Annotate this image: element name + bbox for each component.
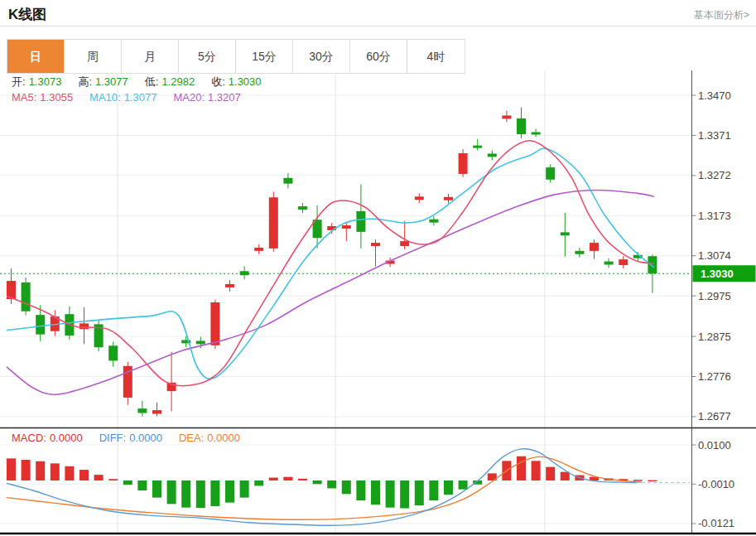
macd-bar bbox=[400, 480, 409, 509]
tab-60分[interactable]: 60分 bbox=[350, 40, 407, 73]
macd-bar bbox=[459, 480, 468, 490]
macd-bar bbox=[152, 480, 161, 498]
candle-body bbox=[575, 251, 584, 254]
ma-row-item: MA20:1.3207 bbox=[173, 91, 243, 104]
interval-tabs: 日周月5分15分30分60分4时 bbox=[7, 39, 465, 74]
candle-body bbox=[590, 243, 599, 251]
macd-bar bbox=[415, 480, 424, 505]
macd-bar bbox=[561, 472, 570, 480]
macd-axis-label: 0.0100 bbox=[698, 439, 731, 451]
price-axis-label: 1.3074 bbox=[698, 249, 731, 262]
candle-body bbox=[108, 345, 118, 360]
candle-body bbox=[22, 282, 31, 311]
candle-body bbox=[561, 232, 570, 235]
candle-body bbox=[400, 241, 409, 246]
candle-body bbox=[546, 167, 555, 180]
macd-header-row: MACD:0.0000DIFF:0.0000DEA:0.0000 bbox=[12, 432, 257, 444]
candle-body bbox=[648, 256, 657, 273]
candle-body bbox=[210, 302, 219, 345]
tab-日[interactable]: 日 bbox=[7, 40, 65, 73]
candle-body bbox=[196, 340, 205, 344]
macd-bar bbox=[283, 477, 292, 480]
macd-bar bbox=[22, 460, 31, 480]
macd-bar bbox=[79, 470, 89, 480]
candle-body bbox=[604, 262, 614, 265]
macd-bar bbox=[225, 480, 234, 503]
macd-bar bbox=[298, 479, 307, 480]
macd-bar bbox=[386, 480, 395, 508]
macd-bar bbox=[181, 480, 190, 508]
macd-bar bbox=[532, 461, 541, 480]
candle-body bbox=[269, 197, 278, 249]
candle-body bbox=[415, 196, 424, 200]
macd-bar bbox=[108, 479, 118, 480]
candle-body bbox=[152, 410, 161, 413]
kline-page: 1.34701.33711.32721.31731.30741.29751.28… bbox=[0, 0, 756, 536]
price-axis-label: 1.3470 bbox=[698, 89, 731, 102]
candle-body bbox=[225, 284, 234, 287]
macd-bar bbox=[269, 478, 278, 480]
ma-row: MA5:1.3055MA10:1.3077MA20:1.3207 bbox=[12, 91, 258, 104]
macd-bar bbox=[546, 467, 555, 480]
macd-row-item: DIFF:0.0000 bbox=[99, 432, 166, 444]
ohlc-row: 开:1.3073高:1.3077低:1.2982收:1.3030 bbox=[12, 75, 278, 89]
macd-bar bbox=[65, 466, 74, 480]
macd-row-item: DEA:0.0000 bbox=[179, 432, 243, 444]
macd-bar bbox=[196, 480, 205, 508]
candle-body bbox=[502, 115, 511, 118]
macd-bar bbox=[327, 480, 336, 488]
price-axis-label: 1.2677 bbox=[698, 410, 731, 423]
macd-bar bbox=[167, 480, 176, 504]
tab-4时[interactable]: 4时 bbox=[407, 40, 465, 73]
price-axis-label: 1.3173 bbox=[698, 210, 731, 222]
current-price-badge-label: 1.3030 bbox=[701, 268, 734, 280]
candle-body bbox=[532, 133, 541, 135]
macd-bar bbox=[210, 480, 219, 506]
candle-body bbox=[488, 153, 497, 157]
price-axis-label: 1.3371 bbox=[698, 129, 731, 142]
fundamental-analysis-link[interactable]: 基本面分析> bbox=[694, 8, 749, 22]
tab-5分[interactable]: 5分 bbox=[179, 40, 236, 73]
ohlc-row-item: 低:1.2982 bbox=[145, 75, 198, 88]
macd-bar bbox=[342, 480, 351, 494]
candle-body bbox=[371, 243, 380, 246]
candle-body bbox=[298, 206, 307, 210]
macd-bar bbox=[36, 461, 45, 480]
candle-body bbox=[517, 118, 526, 134]
candle-body bbox=[342, 225, 351, 229]
macd-row-item: MACD:0.0000 bbox=[12, 432, 86, 444]
header-divider bbox=[0, 26, 756, 27]
ohlc-row-item: 开:1.3073 bbox=[12, 75, 65, 88]
diff-line bbox=[7, 449, 638, 526]
tab-15分[interactable]: 15分 bbox=[236, 40, 293, 73]
price-axis-label: 1.3272 bbox=[698, 169, 731, 181]
ma10-line bbox=[7, 148, 654, 379]
candle-body bbox=[356, 211, 365, 232]
macd-bar bbox=[517, 456, 526, 480]
ohlc-row-item: 收:1.3030 bbox=[211, 75, 264, 88]
candle-body bbox=[619, 259, 628, 265]
price-axis-label: 1.2776 bbox=[698, 370, 731, 383]
macd-bar bbox=[444, 480, 453, 495]
macd-bar bbox=[123, 480, 132, 485]
candle-body bbox=[240, 271, 249, 275]
macd-bar bbox=[356, 480, 365, 500]
macd-bar bbox=[371, 480, 380, 505]
ohlc-row-item: 高:1.3077 bbox=[78, 75, 131, 88]
ma-row-item: MA10:1.3077 bbox=[89, 91, 160, 104]
price-axis-label: 1.2975 bbox=[698, 290, 731, 302]
tab-月[interactable]: 月 bbox=[122, 40, 179, 73]
ma5-line bbox=[7, 141, 654, 386]
candle-body bbox=[429, 220, 438, 223]
macd-bar bbox=[94, 475, 104, 480]
macd-bar bbox=[51, 463, 60, 480]
candle-body bbox=[459, 153, 468, 174]
candle-body bbox=[283, 178, 292, 184]
candle-body bbox=[79, 323, 89, 329]
macd-bar bbox=[137, 480, 147, 490]
macd-axis-label: -0.0121 bbox=[698, 517, 734, 529]
tab-周[interactable]: 周 bbox=[65, 40, 122, 73]
tab-30分[interactable]: 30分 bbox=[293, 40, 350, 73]
ma-row-item: MA5:1.3055 bbox=[12, 91, 76, 104]
candle-body bbox=[36, 315, 45, 334]
